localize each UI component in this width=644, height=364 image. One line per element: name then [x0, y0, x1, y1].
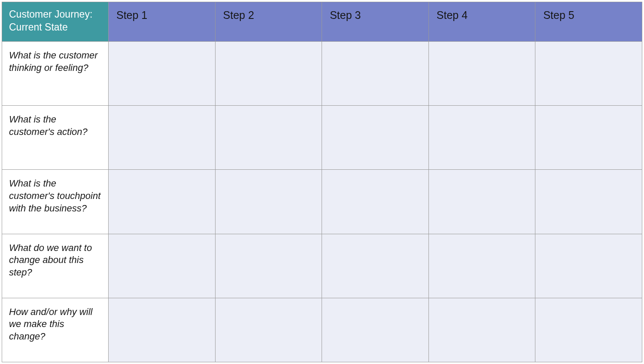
cell — [428, 234, 535, 298]
row-label-thinking-feeling: What is the customer thinking or feeling… — [2, 42, 109, 106]
column-header-step-3: Step 3 — [322, 2, 429, 42]
row-label-text: What do we want to change about this ste… — [9, 242, 92, 278]
column-label: Step 3 — [330, 9, 361, 21]
row-label-text: What is the customer's action? — [9, 114, 88, 137]
table-row: What do we want to change about this ste… — [2, 234, 642, 298]
cell — [535, 42, 642, 106]
column-header-step-4: Step 4 — [428, 2, 535, 42]
column-label: Step 1 — [116, 9, 147, 21]
column-label: Step 4 — [437, 9, 468, 21]
row-label-change-what: What do we want to change about this ste… — [2, 234, 109, 298]
table-header-row: Customer Journey: Current State Step 1 S… — [2, 2, 642, 42]
cell — [109, 42, 216, 106]
column-header-step-2: Step 2 — [215, 2, 322, 42]
cell — [322, 170, 429, 234]
cell — [322, 298, 429, 362]
cell — [215, 42, 322, 106]
cell — [322, 42, 429, 106]
cell — [535, 106, 642, 170]
row-label-action: What is the customer's action? — [2, 106, 109, 170]
row-label-touchpoint: What is the customer's touchpoint with t… — [2, 170, 109, 234]
cell — [322, 234, 429, 298]
cell — [109, 298, 216, 362]
table-row: How and/or why will we make this change? — [2, 298, 642, 362]
cell — [428, 170, 535, 234]
customer-journey-table: Customer Journey: Current State Step 1 S… — [2, 2, 642, 362]
cell — [215, 106, 322, 170]
column-label: Step 5 — [543, 9, 574, 21]
cell — [109, 234, 216, 298]
cell — [215, 234, 322, 298]
cell — [535, 170, 642, 234]
column-header-step-1: Step 1 — [109, 2, 216, 42]
row-label-text: How and/or why will we make this change? — [9, 306, 92, 342]
row-label-change-how-why: How and/or why will we make this change? — [2, 298, 109, 362]
cell — [109, 170, 216, 234]
cell — [428, 106, 535, 170]
cell — [428, 298, 535, 362]
cell — [428, 42, 535, 106]
table-row: What is the customer thinking or feeling… — [2, 42, 642, 106]
column-header-step-5: Step 5 — [535, 2, 642, 42]
cell — [535, 234, 642, 298]
row-label-text: What is the customer thinking or feeling… — [9, 50, 98, 73]
cell — [215, 170, 322, 234]
table-title: Customer Journey: Current State — [9, 9, 92, 33]
cell — [109, 106, 216, 170]
cell — [215, 298, 322, 362]
cell — [322, 106, 429, 170]
cell — [535, 298, 642, 362]
table-title-cell: Customer Journey: Current State — [2, 2, 109, 42]
column-label: Step 2 — [223, 9, 254, 21]
table-row: What is the customer's action? — [2, 106, 642, 170]
table-row: What is the customer's touchpoint with t… — [2, 170, 642, 234]
row-label-text: What is the customer's touchpoint with t… — [9, 178, 100, 213]
